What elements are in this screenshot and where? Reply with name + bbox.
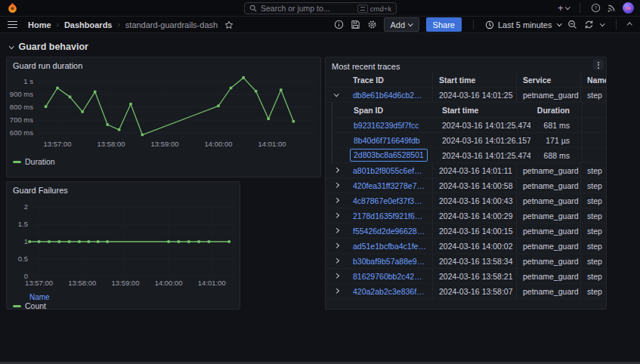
zoom-out-icon[interactable] — [567, 20, 577, 29]
chevron-right-icon[interactable] — [334, 168, 339, 172]
legend-name-header[interactable]: Name — [7, 293, 240, 301]
legend-label[interactable]: Duration — [25, 157, 55, 166]
row-expander[interactable] — [326, 88, 347, 102]
column-header-span-id[interactable]: Span ID — [348, 103, 436, 117]
chevron-right-icon[interactable] — [334, 228, 339, 233]
row-expander[interactable] — [326, 163, 347, 177]
clock-icon — [485, 20, 494, 29]
row-expander[interactable] — [326, 269, 347, 283]
trace-id-link[interactable]: a801b2f8055c6ef2229... — [353, 166, 426, 175]
trace-id-link[interactable]: 2178d1635f921f650d94... — [353, 211, 426, 221]
favorite-star-icon[interactable] — [224, 20, 233, 29]
share-button[interactable]: Share — [426, 17, 462, 32]
column-header-service[interactable]: Service — [517, 72, 581, 87]
guard-failures-svg[interactable]: 21.510.5013:57:0013:58:0013:59:0014:00:0… — [7, 196, 240, 289]
span-name-spacer — [582, 118, 606, 132]
trace-row: 420a2ab2c3e836fb0aa...2024-03-16 13:58:0… — [326, 284, 606, 299]
service-cell: petname_guard — [517, 88, 581, 102]
grafana-logo[interactable] — [7, 2, 18, 14]
traces-table: Trace IDStart timeServiceNamedb8e61b64d6… — [326, 72, 606, 299]
svg-text:0.5: 0.5 — [18, 254, 28, 263]
row-expander[interactable] — [326, 254, 347, 268]
refresh-interval-caret[interactable] — [600, 21, 604, 26]
span-duration-cell: 681 ms — [530, 118, 582, 132]
collapse-toolbar-icon[interactable] — [627, 23, 632, 27]
user-avatar[interactable] — [623, 2, 634, 14]
duration-chart[interactable]: 1 s900 ms800 ms700 ms600 ms13:57:0013:58… — [7, 71, 320, 157]
span-id-link[interactable]: b92316239d5f7fcc — [354, 121, 419, 130]
chevron-down-icon[interactable] — [334, 91, 339, 96]
failures-legend[interactable]: Count — [7, 301, 240, 310]
span-name-spacer — [582, 133, 606, 147]
span-id-link-focused[interactable]: 2d803bc8a6528501 — [350, 149, 428, 162]
panel-title[interactable]: Guard run duration — [7, 57, 320, 71]
panel-info-icon[interactable] — [334, 20, 344, 29]
section-row-guard-behavior[interactable]: Guard behavior — [10, 42, 88, 52]
trace-id-link[interactable]: f55426d2de96628fb42... — [353, 227, 426, 236]
start-time-cell: 2024-03-16 13:58:07 — [433, 284, 517, 298]
row-expander[interactable] — [326, 224, 347, 238]
row-expander[interactable] — [326, 239, 347, 253]
row-expander[interactable] — [326, 178, 347, 193]
chevron-right-icon[interactable] — [334, 213, 339, 217]
name-cell: step — [581, 88, 606, 102]
add-button[interactable]: Add — [384, 17, 419, 32]
legend-color-swatch — [13, 161, 21, 163]
trace-row: 81629760bb2c42edcae...2024-03-16 13:58:2… — [326, 269, 606, 284]
start-time-cell: 2024-03-16 14:01:11 — [433, 163, 517, 177]
chevron-down-icon — [408, 21, 413, 26]
column-header-start-time[interactable]: Start time — [433, 72, 517, 87]
column-header-span-start-time[interactable]: Start time — [436, 103, 530, 117]
trace-id-link[interactable]: db8e61b64d6cb279fc1... — [353, 91, 426, 100]
row-expander[interactable] — [326, 284, 347, 298]
svg-text:?: ? — [595, 5, 598, 11]
column-header-name[interactable]: Name — [581, 72, 606, 87]
chevron-right-icon[interactable] — [334, 243, 339, 248]
chevron-right-icon[interactable] — [334, 288, 339, 293]
chevron-right-icon[interactable] — [334, 273, 339, 278]
menu-icon[interactable] — [6, 20, 19, 30]
trace-id-link[interactable]: 420a2ab2c3e836fb0aa... — [353, 287, 426, 296]
trace-id-cell: 4c87867e0ef37f3dd05... — [347, 193, 433, 208]
chevron-right-icon[interactable] — [334, 198, 339, 202]
column-header-trace-id[interactable]: Trace ID — [347, 72, 433, 87]
guard-run-duration-svg[interactable]: 1 s900 ms800 ms700 ms600 ms13:57:0013:58… — [7, 71, 320, 154]
panel-guard-run-duration: Guard run duration 1 s900 ms800 ms700 ms… — [6, 57, 321, 177]
trace-id-link[interactable]: ad51e1bcfba4c1fee4af3... — [353, 242, 426, 251]
trace-id-link[interactable]: 4c87867e0ef37f3dd05... — [353, 196, 426, 205]
expander-column-header — [326, 72, 347, 87]
panel-title[interactable]: Guard Failures — [7, 182, 240, 196]
chevron-right-icon[interactable] — [334, 183, 339, 187]
time-range-picker[interactable]: Last 5 minutes — [485, 20, 561, 29]
legend-label[interactable]: Count — [25, 301, 46, 310]
trace-id-cell: 420fea31ff3278e7d37f... — [347, 178, 433, 193]
settings-gear-icon[interactable] — [367, 20, 377, 29]
failures-chart[interactable]: 21.510.5013:57:0013:58:0013:59:0014:00:0… — [7, 196, 240, 292]
trace-id-cell: a801b2f8055c6ef2229... — [347, 163, 433, 177]
breadcrumb-separator: › — [117, 20, 119, 29]
chevron-right-icon[interactable] — [334, 258, 339, 263]
start-time-cell: 2024-03-16 13:58:21 — [433, 269, 517, 283]
trace-id-link[interactable]: 81629760bb2c42edcae... — [353, 272, 426, 281]
help-icon[interactable]: ? — [591, 3, 601, 13]
breadcrumb-separator: › — [57, 20, 59, 29]
span-id-link[interactable]: 8b40d6f716649fdb — [354, 136, 420, 145]
news-rss-icon[interactable] — [607, 3, 617, 13]
row-expander[interactable] — [326, 193, 347, 208]
column-header-duration[interactable]: Duration — [530, 103, 582, 117]
new-dropdown-button[interactable]: + — [558, 2, 569, 14]
service-cell: petname_guard — [517, 208, 581, 223]
row-expander[interactable] — [326, 208, 347, 223]
trace-id-link[interactable]: b30baf9b57a88e91ab5... — [353, 257, 426, 266]
duration-legend[interactable]: Duration — [7, 157, 320, 166]
save-icon[interactable] — [351, 20, 360, 29]
panel-menu-icon[interactable] — [593, 60, 604, 70]
refresh-icon[interactable] — [584, 20, 594, 29]
span-header-row: Span IDStart timeDuration — [332, 103, 606, 118]
search-input[interactable]: Search or jump to... cmd+k — [244, 2, 397, 14]
trace-id-link[interactable]: 420fea31ff3278e7d37f... — [353, 181, 426, 190]
name-cell: step — [581, 163, 606, 177]
breadcrumb-dashboards[interactable]: Dashboards — [64, 20, 113, 29]
breadcrumb-home[interactable]: Home — [28, 20, 51, 29]
panel-title[interactable]: Most recent traces — [326, 59, 406, 72]
